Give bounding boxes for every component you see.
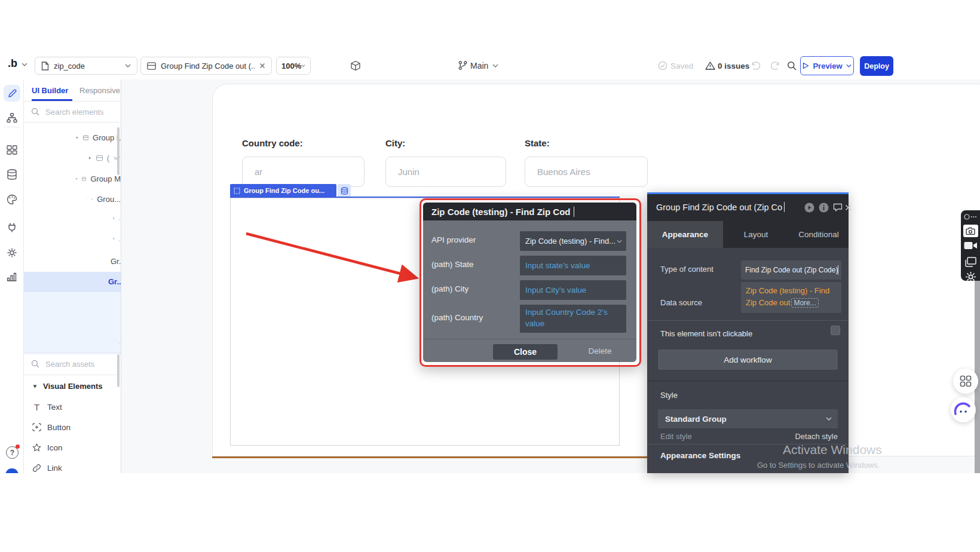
- state-input[interactable]: [525, 157, 648, 187]
- tree-item-hidden[interactable]: ': [24, 210, 121, 231]
- apps-grid-button[interactable]: [953, 369, 978, 394]
- search-elements-input[interactable]: [44, 107, 112, 117]
- add-workflow-button[interactable]: Add workflow: [658, 349, 838, 370]
- branch-selector[interactable]: Main: [470, 61, 488, 70]
- caret-down-icon[interactable]: [86, 197, 87, 202]
- asset-item-button[interactable]: Button: [24, 417, 121, 437]
- tree-item-hidden[interactable]: [24, 292, 121, 313]
- type-of-content-label: Type of content: [660, 265, 713, 274]
- appearance-settings-label: Appearance Settings: [660, 451, 740, 460]
- plugins-icon[interactable]: [7, 222, 17, 233]
- deploy-button[interactable]: Deploy: [860, 56, 893, 76]
- left-panel-tabs: UI Builder Responsive: [24, 79, 121, 102]
- tree-item-hidden[interactable]: [24, 333, 121, 354]
- detach-style-link[interactable]: Detach style: [795, 432, 838, 441]
- search-elements-box[interactable]: [24, 102, 121, 122]
- popup-titlebar[interactable]: Zip Code (testing) - Find Zip Cod: [423, 203, 636, 220]
- video-record-icon[interactable]: [964, 241, 978, 250]
- delete-button[interactable]: Delete: [580, 346, 620, 355]
- style-dropdown[interactable]: Standard Group: [658, 409, 838, 428]
- tree-item-hidden[interactable]: (: [24, 148, 121, 169]
- logo-chevron-icon[interactable]: [22, 63, 27, 66]
- visual-elements-section[interactable]: Visual Elements: [24, 375, 121, 397]
- issues-count[interactable]: 0 issues: [718, 62, 749, 70]
- top-toolbar: .b zip_code Group Find Zip Code out (...…: [0, 53, 980, 80]
- pages-icon[interactable]: [7, 145, 17, 155]
- close-icon[interactable]: [845, 204, 852, 211]
- search-icon[interactable]: [787, 61, 797, 70]
- tool-settings-gear-icon[interactable]: [965, 271, 976, 281]
- play-circle-icon[interactable]: [804, 203, 814, 213]
- search-assets-input[interactable]: [44, 359, 112, 369]
- caret-down-icon[interactable]: [75, 135, 79, 140]
- data-source-badge[interactable]: [338, 184, 351, 197]
- chat-bubble-icon[interactable]: [5, 468, 19, 473]
- field-label-city: City:: [385, 138, 405, 148]
- undo-icon[interactable]: [751, 61, 761, 70]
- tree-item-row-group[interactable]: Gr...: [24, 251, 121, 272]
- group-icon: [147, 62, 156, 70]
- selected-element-badge[interactable]: Group Find Zip Code ou...: [230, 184, 336, 197]
- tool-menu-icon[interactable]: [964, 214, 977, 220]
- data-source-expression[interactable]: Zip Code (testing) - Find Zip Code outMo…: [741, 282, 841, 313]
- more-chip[interactable]: More...: [791, 298, 818, 308]
- chevron-down-icon: [846, 64, 852, 68]
- design-canvas[interactable]: Country code: City: State: Group Find Zi…: [121, 79, 980, 473]
- preview-label: Preview: [813, 62, 842, 70]
- tab-layout[interactable]: Layout: [723, 221, 789, 248]
- camera-tool-selected[interactable]: [963, 225, 978, 237]
- asset-item-text[interactable]: T Text: [24, 397, 121, 417]
- caret-down-icon[interactable]: [75, 176, 78, 182]
- styles-palette-icon[interactable]: [7, 194, 17, 205]
- close-button[interactable]: Close: [493, 344, 558, 360]
- asset-item-icon[interactable]: Icon: [24, 437, 121, 458]
- property-editor-header[interactable]: Group Find Zip Code out (Zip Co: [647, 194, 849, 221]
- caret-right-icon[interactable]: [110, 341, 111, 346]
- tree-item-group-l[interactable]: Group L: [24, 127, 121, 148]
- comment-icon[interactable]: [833, 203, 843, 212]
- tab-appearance[interactable]: Appearance: [647, 221, 723, 248]
- path-city-expression[interactable]: Input City's value: [520, 280, 626, 300]
- tree-item-group[interactable]: Grou...: [24, 189, 121, 210]
- tab-ui-builder[interactable]: UI Builder: [32, 86, 68, 95]
- zoom-selector[interactable]: 100%: [276, 57, 311, 75]
- bubble-logo[interactable]: .b: [8, 57, 17, 70]
- caret-right-icon[interactable]: [88, 155, 92, 161]
- country-code-input[interactable]: [242, 157, 365, 187]
- type-of-content-dropdown[interactable]: Find Zip Code out (Zip Code): [741, 260, 841, 280]
- asset-label: Text: [47, 403, 62, 412]
- element-tab[interactable]: Group Find Zip Code out (...: [140, 57, 272, 75]
- tab-responsive[interactable]: Responsive: [79, 86, 120, 95]
- asset-item-link[interactable]: Link: [24, 458, 121, 473]
- path-country-expression[interactable]: Input Country Code 2's value: [520, 305, 626, 333]
- tree-scrollbar[interactable]: [117, 127, 120, 175]
- assistant-button[interactable]: [951, 397, 976, 422]
- component-cube-icon[interactable]: [350, 60, 361, 71]
- tree-item-selected-group[interactable]: Gr...: [24, 272, 121, 293]
- info-circle-icon[interactable]: [819, 203, 829, 213]
- preview-button[interactable]: Preview: [800, 56, 854, 75]
- settings-gear-icon[interactable]: [7, 247, 17, 258]
- workflow-icon[interactable]: [7, 113, 17, 123]
- redo-icon[interactable]: [770, 61, 780, 70]
- tab-conditional[interactable]: Conditional: [789, 221, 849, 248]
- tree-item-hidden[interactable]: [24, 313, 121, 334]
- tree-item-hidden[interactable]: ': [24, 231, 121, 252]
- search-assets-box[interactable]: [24, 352, 121, 375]
- chevron-down-icon[interactable]: [492, 64, 498, 68]
- field-label-state: State:: [525, 138, 550, 148]
- city-input[interactable]: [385, 157, 506, 187]
- chevron-down-icon: [617, 240, 622, 243]
- design-tab-active[interactable]: [4, 85, 20, 102]
- page-selector[interactable]: zip_code: [35, 57, 137, 75]
- database-icon[interactable]: [7, 169, 17, 180]
- path-state-expression[interactable]: Input state's value: [520, 256, 626, 275]
- clickable-checkbox[interactable]: [831, 326, 840, 335]
- close-icon[interactable]: [259, 63, 265, 69]
- edit-style-link[interactable]: Edit style: [660, 432, 692, 441]
- windows-copies-icon[interactable]: [964, 257, 976, 268]
- api-provider-dropdown[interactable]: Zip Code (testing) - Find...: [520, 231, 626, 251]
- logs-chart-icon[interactable]: [7, 272, 17, 281]
- tree-item-group-m[interactable]: Group M: [24, 168, 121, 189]
- visual-elements-label: Visual Elements: [43, 382, 102, 391]
